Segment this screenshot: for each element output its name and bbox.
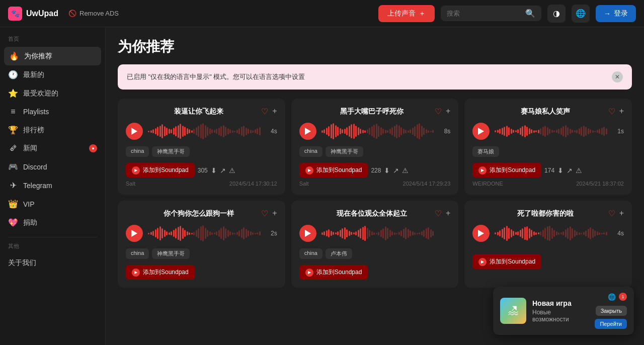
- sound-tags: 赛马娘: [472, 146, 624, 157]
- add-soundpad-button[interactable]: ▶ 添加到Soundpad: [299, 265, 368, 280]
- waveform-bar: [551, 228, 553, 239]
- like-icon[interactable]: ♡: [435, 209, 442, 218]
- play-button[interactable]: [472, 123, 490, 140]
- sidebar-item-about[interactable]: 关于我们: [0, 254, 105, 272]
- sound-tag[interactable]: 神鹰黑手哥: [326, 146, 363, 157]
- waveform-bar: [553, 130, 555, 132]
- waveform-bar: [513, 130, 514, 133]
- play-button[interactable]: [126, 225, 143, 242]
- login-icon: →: [604, 10, 611, 18]
- share-button[interactable]: ↗: [393, 166, 399, 175]
- add-soundpad-button[interactable]: ▶ 添加到Soundpad: [299, 163, 368, 178]
- notification-go-button[interactable]: Перейти: [595, 319, 627, 329]
- download-count: 305: [198, 167, 208, 174]
- report-button[interactable]: ⚠: [229, 166, 235, 175]
- play-button[interactable]: [472, 225, 490, 242]
- download-button[interactable]: ⬇: [211, 166, 217, 175]
- notification-close-button[interactable]: Закрыть: [596, 306, 627, 316]
- remove-ads-button[interactable]: 🚫 Remove ADS: [68, 10, 119, 17]
- page-title: 为你推荐: [118, 37, 632, 56]
- share-button[interactable]: ↗: [220, 166, 226, 175]
- waveform-bar: [588, 229, 589, 238]
- waveform-row: 8s: [299, 122, 451, 140]
- sidebar-item-telegram[interactable]: ✈ Telegram: [0, 176, 105, 195]
- waveform-bar: [581, 127, 582, 136]
- add-icon[interactable]: +: [446, 107, 450, 116]
- add-soundpad-button[interactable]: ▶ 添加到Soundpad: [126, 265, 195, 280]
- like-icon[interactable]: ♡: [435, 107, 442, 116]
- waveform-bar: [211, 232, 213, 235]
- like-icon[interactable]: ♡: [261, 107, 268, 116]
- alert-close-button[interactable]: ✕: [612, 71, 623, 82]
- sound-actions: ♡ +: [435, 107, 450, 116]
- sound-footer-actions: ▶ 添加到Soundpad 228 ⬇ ↗ ⚠: [299, 163, 451, 178]
- sound-tags: china神鹰黑手哥: [126, 248, 277, 259]
- like-icon[interactable]: ♡: [261, 209, 268, 218]
- add-soundpad-button[interactable]: ▶ 添加到Soundpad: [472, 163, 541, 178]
- waveform-bar: [410, 129, 411, 133]
- waveform-bar: [351, 232, 352, 235]
- report-button[interactable]: ⚠: [576, 166, 582, 175]
- sound-tag[interactable]: 神鹰黑手哥: [152, 146, 190, 157]
- waveform-bar: [428, 130, 429, 133]
- sound-tag[interactable]: 卢本伟: [326, 248, 352, 259]
- waveform-bar: [574, 130, 576, 132]
- sidebar-item-donate[interactable]: 💖 捐助: [0, 213, 105, 232]
- search-input[interactable]: [447, 10, 521, 17]
- waveform-bar: [497, 130, 499, 133]
- waveform-row: 4s: [126, 122, 277, 140]
- sidebar-item-discord[interactable]: 🎮 Discord: [0, 157, 105, 176]
- add-soundpad-button[interactable]: ▶ 添加到Soundpad: [472, 254, 541, 269]
- upload-date: 2024/5/14 17:30:12: [229, 181, 277, 187]
- sidebar-item-vip[interactable]: 👑 VIP: [0, 195, 105, 213]
- add-icon[interactable]: +: [272, 209, 277, 218]
- play-button[interactable]: [299, 225, 316, 242]
- sidebar-item-newest[interactable]: 🕐 最新的: [0, 65, 105, 84]
- waveform-bar: [373, 125, 375, 138]
- heart-icon: 💖: [8, 218, 18, 227]
- add-icon[interactable]: +: [619, 209, 624, 218]
- login-button[interactable]: → 登录: [596, 5, 636, 22]
- sound-tag[interactable]: china: [126, 146, 149, 157]
- sound-tag[interactable]: 神鹰黑手哥: [152, 248, 190, 259]
- sidebar-item-playlists[interactable]: ≡ Playlists: [0, 103, 105, 121]
- like-icon[interactable]: ♡: [608, 107, 615, 116]
- sound-tag[interactable]: china: [299, 248, 323, 259]
- waveform-bar: [152, 231, 154, 236]
- waveform-bar: [255, 233, 256, 234]
- waveform-bar: [207, 127, 208, 136]
- play-button[interactable]: [299, 123, 316, 140]
- sound-footer-actions: ▶ 添加到Soundpad: [299, 265, 451, 280]
- sound-tag[interactable]: 赛马娘: [472, 146, 499, 157]
- add-soundpad-button[interactable]: ▶ 添加到Soundpad: [126, 163, 195, 178]
- remove-ads-label: Remove ADS: [79, 10, 119, 17]
- add-icon[interactable]: +: [446, 209, 450, 218]
- waveform-bar: [506, 226, 508, 241]
- language-button[interactable]: 🌐: [572, 5, 590, 23]
- waveform-bar: [243, 227, 245, 239]
- sound-title: 黑手大嘴巴子呼死你: [309, 107, 435, 116]
- sidebar-item-news[interactable]: 🗞 新闻 ●: [0, 139, 105, 157]
- sound-tag[interactable]: china: [126, 248, 149, 259]
- sidebar-item-popular[interactable]: ⭐ 最受欢迎的: [0, 84, 105, 103]
- sidebar-item-rankings[interactable]: 🏆 排行榜: [0, 121, 105, 139]
- search-bar: 🔍: [441, 6, 541, 21]
- sound-footer-actions: ▶ 添加到Soundpad 174 ⬇ ↗ ⚠: [472, 163, 624, 178]
- waveform-bar: [606, 128, 607, 134]
- sidebar-item-recommended[interactable]: 🔥 为你推荐: [4, 47, 101, 65]
- download-button[interactable]: ⬇: [384, 166, 390, 175]
- waveform-bar: [533, 231, 535, 235]
- play-button[interactable]: [126, 123, 143, 140]
- download-button[interactable]: ⬇: [557, 166, 564, 175]
- waveform-bar: [560, 128, 562, 135]
- add-icon[interactable]: +: [619, 107, 624, 116]
- like-icon[interactable]: ♡: [608, 209, 615, 218]
- sound-tag[interactable]: china: [299, 146, 323, 157]
- contrast-button[interactable]: ◑: [547, 5, 566, 23]
- upload-button[interactable]: 上传声音 ＋: [378, 5, 435, 22]
- report-button[interactable]: ⚠: [402, 166, 409, 175]
- waveform-bar: [349, 231, 350, 236]
- waveform-bar: [556, 231, 557, 235]
- add-icon[interactable]: +: [272, 107, 277, 116]
- share-button[interactable]: ↗: [567, 166, 573, 175]
